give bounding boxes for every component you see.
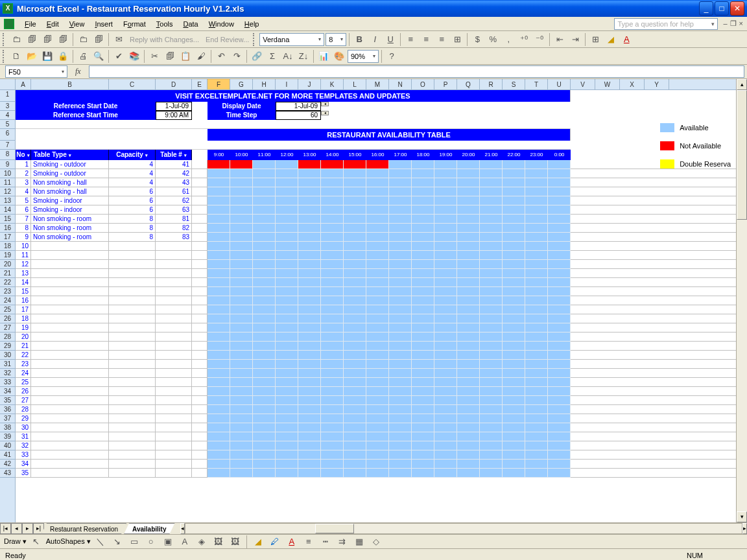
- wordart-icon[interactable]: A: [178, 535, 192, 549]
- slot[interactable]: [457, 469, 480, 478]
- col-header-Y[interactable]: Y: [645, 79, 669, 89]
- slot[interactable]: [230, 323, 253, 332]
- dash-style-icon[interactable]: ┅: [318, 535, 333, 549]
- slot[interactable]: [480, 450, 503, 460]
- row-header-18[interactable]: 18: [0, 242, 15, 251]
- slot[interactable]: [525, 278, 548, 287]
- slot[interactable]: [480, 305, 503, 314]
- slot[interactable]: [276, 160, 298, 169]
- slot[interactable]: [208, 260, 230, 269]
- cell-capacity[interactable]: [109, 369, 156, 378]
- slot[interactable]: [457, 215, 480, 224]
- slot[interactable]: [457, 450, 480, 460]
- cell-no[interactable]: 2: [16, 169, 31, 178]
- slot[interactable]: [412, 441, 434, 450]
- slot[interactable]: [230, 332, 253, 342]
- slot[interactable]: [548, 378, 571, 387]
- slot[interactable]: [389, 405, 412, 414]
- col-no-header[interactable]: No▾: [16, 150, 31, 160]
- slot[interactable]: [276, 296, 298, 305]
- slot[interactable]: [276, 405, 298, 414]
- slot[interactable]: [321, 469, 344, 478]
- slot[interactable]: [208, 441, 230, 450]
- slot[interactable]: [503, 332, 525, 342]
- slot[interactable]: [276, 423, 298, 432]
- slot[interactable]: [457, 205, 480, 215]
- slot[interactable]: [457, 187, 480, 196]
- slot[interactable]: [548, 369, 571, 378]
- slot[interactable]: [208, 314, 230, 323]
- slot[interactable]: [503, 369, 525, 378]
- slot[interactable]: [503, 215, 525, 224]
- slot[interactable]: [503, 169, 525, 178]
- cell-capacity[interactable]: [109, 314, 156, 323]
- slot[interactable]: [480, 378, 503, 387]
- slot[interactable]: [276, 196, 298, 205]
- slot[interactable]: [208, 405, 230, 414]
- close-button[interactable]: ✕: [730, 1, 744, 16]
- cell-no[interactable]: 24: [16, 369, 31, 378]
- send-to-mail-icon[interactable]: ✉: [112, 32, 126, 47]
- cell-capacity[interactable]: 4: [109, 178, 156, 187]
- cell-table-num[interactable]: 41: [156, 160, 192, 169]
- cell-type[interactable]: [31, 314, 109, 323]
- slot[interactable]: [208, 251, 230, 260]
- slot[interactable]: [298, 423, 321, 432]
- slot[interactable]: [366, 360, 389, 369]
- slot[interactable]: [344, 360, 366, 369]
- slot[interactable]: [298, 351, 321, 360]
- slot[interactable]: [412, 369, 434, 378]
- slot[interactable]: [412, 260, 434, 269]
- col-header-K[interactable]: K: [321, 79, 344, 89]
- cell-table-num[interactable]: [156, 242, 192, 251]
- col-header-V[interactable]: V: [571, 79, 595, 89]
- sheet-tab-reservation[interactable]: Restaurant Reservation: [42, 523, 126, 534]
- slot[interactable]: [480, 414, 503, 423]
- row-header-11[interactable]: 11: [0, 178, 15, 187]
- slot[interactable]: [344, 287, 366, 296]
- slot[interactable]: [412, 405, 434, 414]
- slot[interactable]: [344, 187, 366, 196]
- slot[interactable]: [480, 369, 503, 378]
- slot[interactable]: [344, 305, 366, 314]
- slot[interactable]: [525, 405, 548, 414]
- col-header-T[interactable]: T: [525, 79, 548, 89]
- cell-type[interactable]: Smoking - outdoor: [31, 169, 109, 178]
- slot[interactable]: [548, 342, 571, 351]
- cell-type[interactable]: [31, 287, 109, 296]
- slot[interactable]: [434, 269, 457, 278]
- slot[interactable]: [344, 224, 366, 233]
- slot[interactable]: [276, 351, 298, 360]
- cell-no[interactable]: 3: [16, 178, 31, 187]
- slot[interactable]: [321, 396, 344, 405]
- slot[interactable]: [457, 360, 480, 369]
- slot[interactable]: [457, 287, 480, 296]
- row-header-41[interactable]: 41: [0, 450, 15, 460]
- slot[interactable]: [366, 314, 389, 323]
- slot[interactable]: [253, 378, 276, 387]
- row-header-23[interactable]: 23: [0, 287, 15, 296]
- slot[interactable]: [366, 224, 389, 233]
- slot[interactable]: [412, 469, 434, 478]
- slot[interactable]: [412, 187, 434, 196]
- cell-capacity[interactable]: 8: [109, 233, 156, 242]
- cell-type[interactable]: [31, 378, 109, 387]
- slot[interactable]: [480, 187, 503, 196]
- row-header-16[interactable]: 16: [0, 224, 15, 233]
- slot[interactable]: [434, 323, 457, 332]
- slot[interactable]: [366, 296, 389, 305]
- cell-no[interactable]: 26: [16, 387, 31, 396]
- slot[interactable]: [503, 351, 525, 360]
- slot[interactable]: [503, 460, 525, 469]
- slot[interactable]: [412, 178, 434, 187]
- slot[interactable]: [434, 242, 457, 251]
- slot[interactable]: [548, 323, 571, 332]
- slot[interactable]: [321, 414, 344, 423]
- cell-type[interactable]: [31, 360, 109, 369]
- cell-table-num[interactable]: [156, 469, 192, 478]
- clipart-icon[interactable]: 🖼: [211, 535, 226, 549]
- cell-capacity[interactable]: [109, 469, 156, 478]
- ref-start-time-value[interactable]: 9:00 AM: [156, 111, 192, 120]
- font-selector[interactable]: Verdana▾: [259, 33, 324, 46]
- cell-table-num[interactable]: [156, 323, 192, 332]
